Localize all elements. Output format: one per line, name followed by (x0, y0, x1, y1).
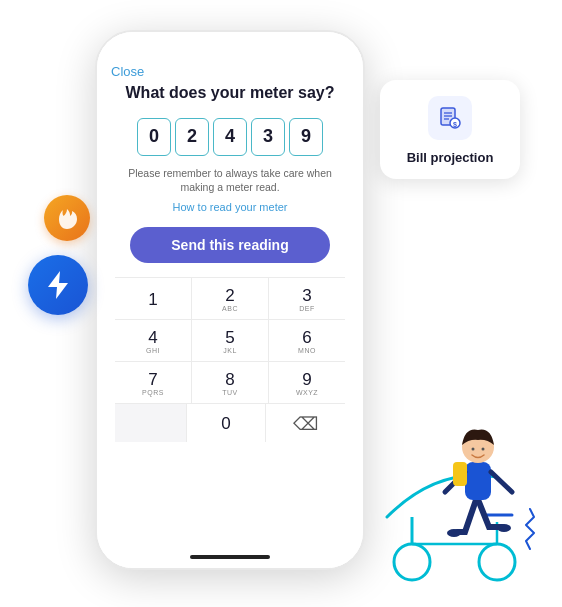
key-8[interactable]: 8 TUV (192, 362, 269, 403)
home-indicator (97, 546, 363, 568)
how-to-link[interactable]: How to read your meter (173, 201, 288, 213)
bill-icon-wrap: $ (428, 96, 472, 140)
key-5[interactable]: 5 JKL (192, 320, 269, 361)
meter-digits: 0 2 4 3 9 (137, 118, 323, 156)
digit-3[interactable]: 3 (251, 118, 285, 156)
svg-rect-15 (465, 462, 491, 500)
phone-content: What does your meter say? 0 2 4 3 9 Plea… (97, 83, 363, 546)
digit-0[interactable]: 0 (137, 118, 171, 156)
phone-inner: Close What does your meter say? 0 2 4 3 … (97, 32, 363, 568)
keypad-row-4: 0 ⌫ (115, 403, 345, 442)
keypad-row-1: 1 2 ABC 3 DEF (115, 277, 345, 319)
lightning-bubble[interactable] (28, 255, 88, 315)
svg-point-13 (447, 529, 461, 537)
key-0[interactable]: 0 (187, 404, 267, 442)
key-7[interactable]: 7 PQRS (115, 362, 192, 403)
bill-card-title: Bill projection (407, 150, 494, 165)
bill-projection-icon: $ (436, 104, 464, 132)
svg-point-8 (479, 544, 515, 580)
phone-shell: Close What does your meter say? 0 2 4 3 … (95, 30, 365, 570)
key-4[interactable]: 4 GHI (115, 320, 192, 361)
keypad-row-2: 4 GHI 5 JKL 6 MNO (115, 319, 345, 361)
delete-icon: ⌫ (293, 413, 318, 435)
status-bar (97, 32, 363, 60)
meter-note: Please remember to always take care when… (115, 166, 345, 195)
svg-rect-16 (453, 462, 467, 486)
key-6[interactable]: 6 MNO (269, 320, 345, 361)
svg-point-7 (394, 544, 430, 580)
fire-bubble[interactable] (44, 195, 90, 241)
svg-text:$: $ (453, 121, 457, 129)
key-9[interactable]: 9 WXYZ (269, 362, 345, 403)
key-1[interactable]: 1 (115, 278, 192, 319)
keypad: 1 2 ABC 3 DEF (115, 277, 345, 442)
key-empty (115, 404, 187, 442)
person-scooter-illustration (357, 367, 542, 587)
digit-1[interactable]: 2 (175, 118, 209, 156)
close-button[interactable]: Close (97, 60, 363, 83)
digit-2[interactable]: 4 (213, 118, 247, 156)
key-delete[interactable]: ⌫ (266, 404, 345, 442)
fire-icon (56, 205, 78, 231)
key-2[interactable]: 2 ABC (192, 278, 269, 319)
home-bar (190, 555, 270, 559)
bill-projection-card[interactable]: $ Bill projection (380, 80, 520, 179)
svg-point-19 (482, 448, 485, 451)
scene: Close What does your meter say? 0 2 4 3 … (0, 0, 562, 607)
keypad-row-3: 7 PQRS 8 TUV 9 WXYZ (115, 361, 345, 403)
svg-point-14 (497, 524, 511, 532)
meter-title: What does your meter say? (126, 83, 335, 104)
key-3[interactable]: 3 DEF (269, 278, 345, 319)
lightning-icon (44, 269, 72, 301)
digit-4[interactable]: 9 (289, 118, 323, 156)
send-reading-button[interactable]: Send this reading (130, 227, 330, 263)
svg-point-18 (472, 448, 475, 451)
